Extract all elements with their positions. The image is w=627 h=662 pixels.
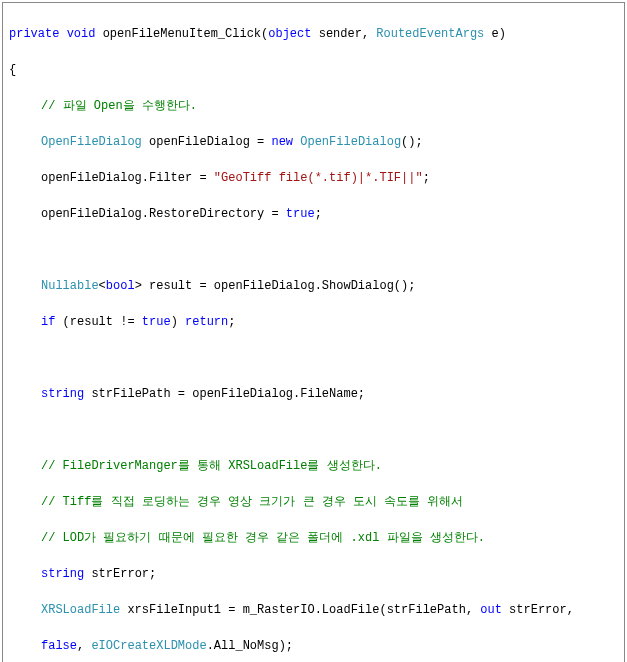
code-line: Nullable<bool> result = openFileDialog.S… — [9, 277, 618, 295]
code-line: string strFilePath = openFileDialog.File… — [9, 385, 618, 403]
code-line: if (result != true) return; — [9, 313, 618, 331]
code-block: private void openFileMenuItem_Click(obje… — [2, 2, 625, 662]
code-line: private void openFileMenuItem_Click(obje… — [9, 25, 618, 43]
code-line: openFileDialog.Filter = "GeoTiff file(*.… — [9, 169, 618, 187]
code-line: XRSLoadFile xrsFileInput1 = m_RasterIO.L… — [9, 601, 618, 619]
code-line: string strError; — [9, 565, 618, 583]
code-line: OpenFileDialog openFileDialog = new Open… — [9, 133, 618, 151]
code-line: openFileDialog.RestoreDirectory = true; — [9, 205, 618, 223]
blank-line — [9, 241, 618, 259]
code-line: { — [9, 61, 618, 79]
code-comment: // LOD가 필요하기 때문에 필요한 경우 같은 폴더에 .xdl 파일을 … — [9, 529, 618, 547]
code-line: false, eIOCreateXLDMode.All_NoMsg); — [9, 637, 618, 655]
code-comment: // 파일 Open을 수행한다. — [9, 97, 618, 115]
code-comment: // Tiff를 직접 로딩하는 경우 영상 크기가 큰 경우 도시 속도를 위… — [9, 493, 618, 511]
blank-line — [9, 421, 618, 439]
blank-line — [9, 349, 618, 367]
code-comment: // FileDriverManger를 통해 XRSLoadFile를 생성한… — [9, 457, 618, 475]
